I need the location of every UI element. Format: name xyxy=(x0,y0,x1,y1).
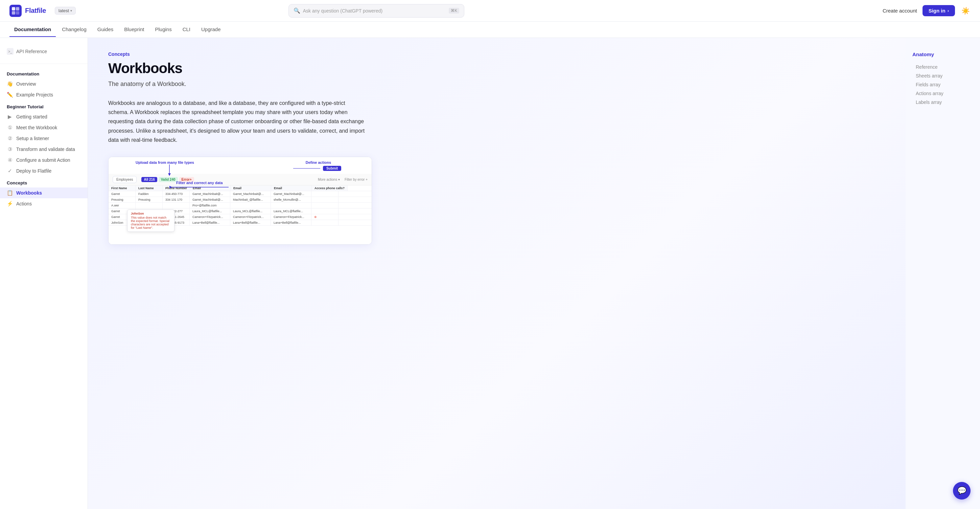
configure-icon: ④ xyxy=(7,157,13,163)
col-email2: Email xyxy=(231,185,271,191)
col-email3: Email xyxy=(271,185,312,191)
breadcrumb: Concepts xyxy=(108,51,885,57)
sidebar-api-reference[interactable]: >_ API Reference xyxy=(0,46,88,60)
deploy-icon: ✓ xyxy=(7,168,13,174)
mockup-tab[interactable]: Employees xyxy=(113,176,137,183)
error-tooltip-body: This value does not match the expected f… xyxy=(131,216,171,230)
actions-icon: ⚡ xyxy=(7,201,13,207)
col-first-name: First Name xyxy=(108,185,135,191)
filter-by-error[interactable]: Filter by error + xyxy=(345,178,368,181)
api-icon: >_ xyxy=(7,48,14,55)
transform-icon: ③ xyxy=(7,146,13,152)
overview-icon: 👋 xyxy=(7,81,13,87)
main-layout: >_ API Reference Documentation 👋 Overvie… xyxy=(0,38,980,509)
workbooks-icon: 📋 xyxy=(7,190,13,196)
annotation-line-submit: Submit xyxy=(293,166,341,171)
sidebar: >_ API Reference Documentation 👋 Overvie… xyxy=(0,38,88,509)
logo-text: Flatfile xyxy=(25,7,46,14)
sidebar-item-actions[interactable]: ⚡ Actions xyxy=(0,198,88,209)
search-shortcut: ⌘K xyxy=(449,8,459,14)
logo-icon xyxy=(10,5,22,17)
sidebar-item-workbooks[interactable]: 📋 Workbooks xyxy=(0,187,88,198)
sidebar-section-documentation: Documentation xyxy=(0,67,88,78)
submit-button[interactable]: Submit xyxy=(323,166,341,171)
mockup-toolbar: Employees All 216 Valid 240 Error+ More … xyxy=(108,174,372,185)
annotation-filter-line xyxy=(169,184,230,190)
workbook-mockup: Upload data from many file types Define … xyxy=(108,157,372,245)
table-row: A.wer Pro+@flatfile.com xyxy=(108,203,372,209)
sidebar-item-overview[interactable]: 👋 Overview xyxy=(0,78,88,89)
chat-button[interactable]: 💬 xyxy=(953,482,970,499)
svg-marker-8 xyxy=(169,186,172,188)
sidebar-item-setup-listener[interactable]: ② Setup a listener xyxy=(0,133,88,144)
nav-item-changelog[interactable]: Changelog xyxy=(57,22,91,37)
chevron-down-icon: ▾ xyxy=(70,9,72,13)
annotation-upload: Upload data from many file types xyxy=(135,160,194,164)
error-tooltip: JohnSon This value does not match the ex… xyxy=(127,209,175,232)
table-row: Garret Fadden 334-450-773 Garret_Machinb… xyxy=(108,191,372,197)
toc-title: Anatomy xyxy=(912,51,973,57)
sign-in-button[interactable]: Sign in › xyxy=(923,5,955,16)
navbar: DocumentationChangelogGuidesBlueprintPlu… xyxy=(0,22,980,38)
toc-reference[interactable]: Reference xyxy=(912,62,973,72)
content-area: Concepts Workbooks The anatomy of a Work… xyxy=(88,38,905,509)
mockup-header-row: First Name Last Name Phone Number Email … xyxy=(108,185,372,191)
sidebar-item-transform[interactable]: ③ Transform and validate data xyxy=(0,144,88,155)
topbar: Flatfile latest ▾ 🔍 ⌘K Create account Si… xyxy=(0,0,980,22)
version-badge[interactable]: latest ▾ xyxy=(55,7,76,14)
meet-workbook-icon: ① xyxy=(7,124,13,131)
page-body: Workbooks are analogous to a database, a… xyxy=(108,99,365,145)
sidebar-section-beginner: Beginner Tutorial xyxy=(0,100,88,111)
nav-item-blueprint[interactable]: Blueprint xyxy=(119,22,149,37)
svg-rect-4 xyxy=(16,11,19,14)
logo-link[interactable]: Flatfile xyxy=(10,5,46,17)
getting-started-icon: ▶ xyxy=(7,114,13,120)
svg-rect-0 xyxy=(10,5,22,17)
col-access: Access phone calls? xyxy=(312,185,348,191)
arrow-icon: › xyxy=(948,8,949,13)
theme-toggle-button[interactable]: ☀️ xyxy=(960,6,970,16)
sidebar-item-meet-workbook[interactable]: ① Meet the Workbook xyxy=(0,122,88,133)
create-account-button[interactable]: Create account xyxy=(883,8,917,14)
toc-labels-array[interactable]: Labels array xyxy=(912,98,973,107)
toc-fields-array[interactable]: Fields array xyxy=(912,80,973,89)
search-input[interactable] xyxy=(303,8,446,14)
svg-marker-6 xyxy=(168,173,171,176)
page-title: Workbooks xyxy=(108,60,885,77)
toc-sheets-array[interactable]: Sheets array xyxy=(912,72,973,80)
table-row: Preusing Preusing 334 131 170 Garret_Mac… xyxy=(108,197,372,203)
mockup-body: Upload data from many file types Define … xyxy=(108,157,372,244)
search-bar[interactable]: 🔍 ⌘K xyxy=(288,4,464,18)
setup-listener-icon: ② xyxy=(7,136,13,142)
sidebar-item-example-projects[interactable]: ✏️ Example Projects xyxy=(0,89,88,100)
nav-item-cli[interactable]: CLI xyxy=(178,22,195,37)
sidebar-section-concepts: Concepts xyxy=(0,176,88,187)
svg-rect-1 xyxy=(12,7,15,11)
version-label: latest xyxy=(59,8,69,13)
right-sidebar: Anatomy Reference Sheets array Fields ar… xyxy=(905,38,980,509)
chat-icon: 💬 xyxy=(957,486,966,495)
toc-actions-array[interactable]: Actions array xyxy=(912,89,973,98)
page-subtitle: The anatomy of a Workbook. xyxy=(108,81,885,88)
nav-item-upgrade[interactable]: Upgrade xyxy=(196,22,226,37)
nav-item-documentation[interactable]: Documentation xyxy=(10,22,56,37)
svg-rect-3 xyxy=(12,11,15,14)
topbar-right: Create account Sign in › ☀️ xyxy=(883,5,970,16)
annotation-actions: Define actions xyxy=(306,160,331,164)
sidebar-divider xyxy=(0,64,88,64)
more-actions[interactable]: More actions ▾ xyxy=(318,178,340,181)
error-tooltip-title: JohnSon xyxy=(131,212,171,215)
sidebar-item-getting-started[interactable]: ▶ Getting started xyxy=(0,111,88,122)
sidebar-item-deploy[interactable]: ✓ Deploy to Flatfile xyxy=(0,166,88,176)
nav-item-plugins[interactable]: Plugins xyxy=(150,22,176,37)
search-icon: 🔍 xyxy=(294,8,300,14)
svg-rect-2 xyxy=(16,7,19,11)
projects-icon: ✏️ xyxy=(7,92,13,98)
badge-all: All 216 xyxy=(142,177,157,182)
sidebar-item-configure-action[interactable]: ④ Configure a submit Action xyxy=(0,155,88,166)
nav-item-guides[interactable]: Guides xyxy=(93,22,118,37)
col-last-name: Last Name xyxy=(135,185,163,191)
